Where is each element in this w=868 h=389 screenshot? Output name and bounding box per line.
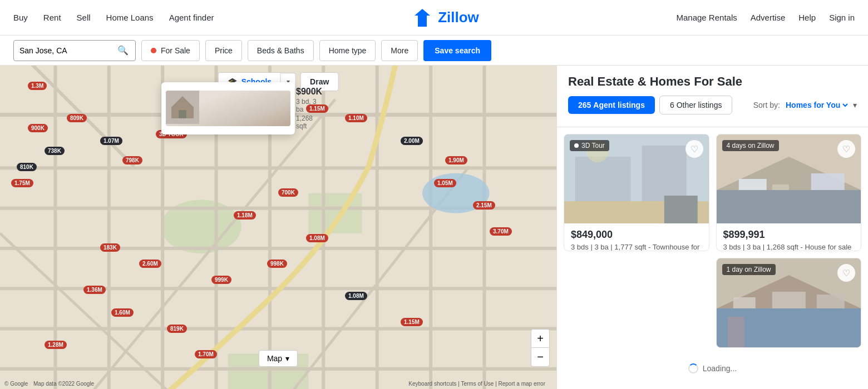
favorite-button-1[interactable]: ♡: [685, 140, 703, 158]
zillow-logo-icon: [411, 7, 433, 29]
more-button[interactable]: More: [381, 40, 418, 61]
home-type-label: Home type: [329, 46, 367, 55]
card-image-wrap-2: 4 days on Zillow ♡: [717, 134, 861, 223]
search-input-wrap[interactable]: 🔍: [13, 40, 136, 61]
for-sale-button[interactable]: For Sale: [141, 40, 200, 61]
popup-image: [166, 91, 290, 126]
price-marker[interactable]: 1.70M: [195, 350, 217, 358]
header-right-nav: Manage Rentals Advertise Help Sign in: [677, 13, 855, 22]
popup-info: $900K 3 bd, 3 ba 1,268 sqft: [296, 87, 322, 130]
price-marker[interactable]: 798K: [122, 156, 142, 164]
price-marker[interactable]: 700K: [278, 188, 298, 197]
card-specs-2: 3 bds | 3 ba | 1,268 sqft - House for sa…: [723, 243, 855, 251]
beds-baths-button[interactable]: Beds & Baths: [248, 40, 314, 61]
search-bar: 🔍 For Sale Price Beds & Baths Home type …: [0, 36, 868, 66]
price-marker[interactable]: 1.90M: [445, 156, 467, 164]
price-marker[interactable]: 1.75M: [11, 179, 33, 187]
listing-card-2[interactable]: 4 days on Zillow ♡ $899,991 3 bds | 3 ba…: [716, 134, 862, 251]
price-label: Price: [215, 46, 233, 55]
price-button[interactable]: Price: [205, 40, 242, 61]
zoom-out-button[interactable]: −: [531, 348, 550, 367]
map-zoom-controls: + −: [531, 329, 550, 367]
badge-label-1: 3D Tour: [581, 142, 605, 149]
home-type-button[interactable]: Home type: [319, 40, 376, 61]
svg-rect-28: [179, 110, 186, 118]
price-marker[interactable]: 1.36M: [83, 286, 106, 294]
agent-count: 265: [578, 101, 591, 109]
price-marker[interactable]: 1.08M: [306, 234, 328, 242]
price-marker[interactable]: 1.08M: [345, 292, 367, 300]
price-marker[interactable]: 738K: [45, 147, 65, 155]
price-marker[interactable]: 1.15M: [401, 318, 423, 326]
for-sale-dot: [151, 48, 156, 53]
price-marker[interactable]: 810K: [17, 163, 37, 171]
favorite-button-2[interactable]: ♡: [837, 140, 855, 158]
price-marker[interactable]: 1.10M: [345, 114, 367, 122]
price-marker[interactable]: 1.60M: [111, 308, 134, 317]
nav-home-loans[interactable]: Home Loans: [106, 13, 154, 22]
price-marker[interactable]: 999K: [211, 276, 231, 284]
map-type-button[interactable]: Map ▾: [259, 350, 298, 367]
sort-select[interactable]: Homes for You: [783, 100, 850, 110]
price-marker[interactable]: 809K: [67, 114, 87, 122]
price-marker[interactable]: 1.18M: [234, 211, 256, 220]
price-marker[interactable]: 183K: [100, 243, 120, 252]
map-terms[interactable]: Keyboard shortcuts | Terms of Use | Repo…: [408, 381, 545, 387]
map-label: Map: [267, 354, 282, 363]
favorite-button-3[interactable]: ♡: [837, 264, 855, 282]
nav-agent-finder[interactable]: Agent finder: [169, 13, 214, 22]
price-marker[interactable]: 900K: [28, 124, 48, 132]
map-area[interactable]: 🎓 Schools ▾ Draw $900K 3 bd, 3 ba 1,268 …: [0, 66, 556, 389]
save-search-label: Save search: [435, 46, 480, 55]
price-marker[interactable]: 819K: [167, 325, 187, 333]
svg-rect-10: [0, 367, 556, 371]
sort-by: Sort by: Homes for You ▾: [753, 100, 857, 110]
map-attribution: © Google: [4, 381, 28, 387]
price-marker[interactable]: 2.60M: [139, 260, 161, 268]
map-data: Map data ©2022 Google: [33, 381, 94, 387]
price-marker[interactable]: 2.00M: [401, 137, 423, 145]
nav-sign-in[interactable]: Sign in: [829, 13, 855, 22]
other-listings-tab[interactable]: 6 Other listings: [659, 96, 733, 114]
nav-sell[interactable]: Sell: [77, 13, 91, 22]
agent-label: Agent listings: [593, 101, 645, 109]
popup-price: $900K: [296, 87, 322, 97]
svg-rect-19: [429, 66, 432, 389]
save-search-button[interactable]: Save search: [423, 40, 491, 61]
listings-grid: 3D Tour ♡ $849,000 3 bds | 3 ba | 1,777 …: [557, 127, 868, 389]
svg-rect-9: [0, 327, 556, 331]
loading-indicator: Loading...: [564, 355, 861, 382]
property-popup[interactable]: $900K 3 bd, 3 ba 1,268 sqft: [161, 82, 295, 134]
price-marker[interactable]: 2.15M: [473, 201, 495, 210]
price-marker[interactable]: 1.05M: [434, 179, 456, 187]
nav-help[interactable]: Help: [798, 13, 816, 22]
nav-rent[interactable]: Rent: [43, 13, 61, 22]
zillow-logo[interactable]: Zillow: [411, 7, 479, 29]
listing-card-1[interactable]: 3D Tour ♡ $849,000 3 bds | 3 ba | 1,777 …: [564, 134, 709, 251]
price-marker[interactable]: 998K: [267, 260, 287, 268]
tour-dot: [574, 143, 579, 148]
listings-header: Real Estate & Homes For Sale 265 Agent l…: [557, 66, 868, 127]
price-marker[interactable]: 1.28M: [45, 341, 67, 349]
price-marker[interactable]: 3.70M: [490, 227, 512, 236]
nav-buy[interactable]: Buy: [13, 13, 28, 22]
listings-title: Real Estate & Homes For Sale: [568, 74, 857, 89]
search-icon[interactable]: 🔍: [117, 45, 129, 56]
listings-panel: Real Estate & Homes For Sale 265 Agent l…: [556, 66, 868, 389]
card-price-1: $849,000: [571, 229, 702, 241]
popup-details: 3 bd, 3 ba: [296, 98, 322, 113]
svg-rect-7: [0, 247, 556, 250]
nav-advertise[interactable]: Advertise: [751, 13, 786, 22]
header: Buy Rent Sell Home Loans Agent finder Zi…: [0, 0, 868, 36]
listing-card-3[interactable]: 1 day on Zillow ♡: [716, 258, 862, 348]
price-marker[interactable]: 1.3M: [28, 82, 47, 90]
search-input[interactable]: [19, 46, 114, 55]
zoom-in-button[interactable]: +: [531, 329, 550, 348]
sort-by-label: Sort by:: [753, 101, 780, 109]
card-days-2: 4 days on Zillow: [722, 140, 779, 151]
for-sale-label: For Sale: [161, 46, 190, 55]
agent-listings-tab[interactable]: 265 Agent listings: [568, 96, 655, 114]
price-marker[interactable]: 1.07M: [100, 137, 122, 145]
card-badge-1: 3D Tour: [570, 140, 609, 151]
nav-manage-rentals[interactable]: Manage Rentals: [677, 13, 737, 22]
